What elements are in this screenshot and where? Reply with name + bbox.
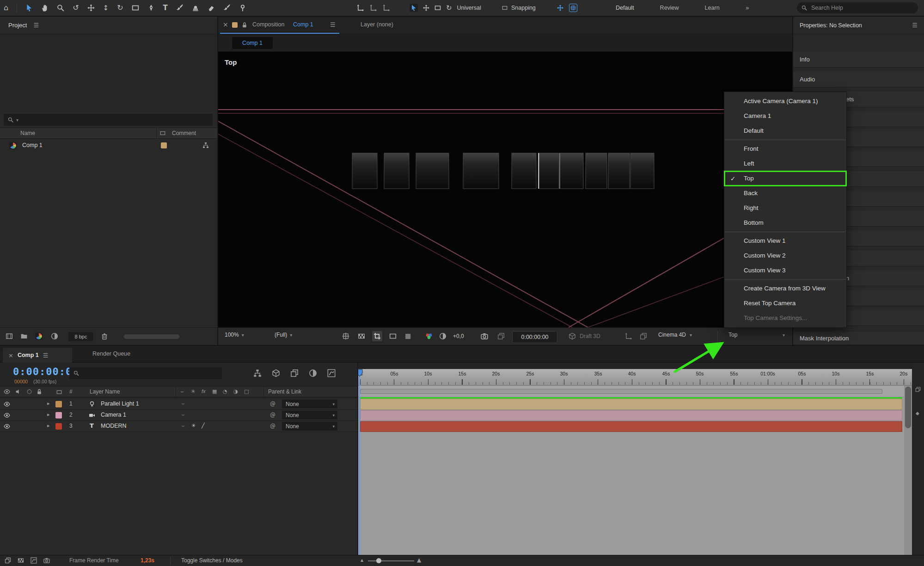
local-axis-mode-icon[interactable] — [357, 4, 364, 12]
menu-item-back[interactable]: Back — [724, 186, 846, 201]
solo-column-icon[interactable]: ○ — [27, 388, 31, 394]
clone-stamp-tool[interactable] — [192, 4, 199, 12]
preview-timecode[interactable]: 0:00:00:00 — [512, 331, 557, 343]
eye-icon[interactable] — [4, 412, 10, 418]
layer-row-1[interactable]: ▸ 1 Parallel Light 1 ⌣ @ None▾ — [0, 399, 358, 410]
toggle-switches-modes-button[interactable]: Toggle Switches / Modes — [181, 557, 243, 564]
properties-menu-icon[interactable]: ☰ — [912, 22, 918, 29]
comp-marker-bin-icon[interactable]: ◆ — [916, 411, 919, 416]
frame-blend-column-icon[interactable]: ▦ — [212, 388, 217, 394]
number-column-header[interactable]: # — [69, 388, 73, 395]
timeline-tab[interactable]: × Comp 1 ☰ — [3, 348, 72, 363]
comp-nav-tab[interactable]: Comp 1 — [232, 37, 273, 49]
magnification-select[interactable]: 100%▾ — [225, 332, 244, 338]
layer-row-3[interactable]: ▸ 3 T MODERN ⌣ ✳ ╱ @ None▾ — [0, 421, 358, 432]
extended-viewer-icon[interactable] — [640, 332, 647, 340]
label-color-swatch[interactable] — [161, 142, 167, 148]
project-panel-menu-icon[interactable]: ☰ — [33, 22, 39, 29]
menu-item-default[interactable]: Default — [724, 123, 846, 138]
pickwhip-icon[interactable]: @ — [270, 400, 275, 407]
comment-column-header[interactable]: Comment — [172, 130, 196, 136]
view-axis-mode-icon[interactable] — [383, 4, 390, 12]
show-snapshot-icon[interactable] — [497, 332, 505, 340]
project-panel-title[interactable]: Project — [8, 22, 27, 29]
transparency-grid-icon[interactable] — [358, 332, 365, 340]
menu-item-right[interactable]: Right — [724, 201, 846, 215]
draft-3d-icon[interactable] — [569, 332, 576, 340]
lock-icon[interactable] — [241, 22, 248, 28]
motion-blur-column-icon[interactable]: ◔ — [223, 388, 227, 394]
timeline-search-box[interactable] — [69, 367, 222, 379]
workspace-tab-learn[interactable]: Learn — [705, 5, 720, 11]
render-queue-tab[interactable]: Render Queue — [92, 351, 130, 357]
zoom-in-mountain-icon[interactable]: ▲ — [417, 557, 421, 563]
project-search-box[interactable]: ▾ — [4, 114, 213, 126]
layer-color-swatch[interactable] — [55, 423, 62, 430]
gizmo-mode-label[interactable]: Universal — [457, 5, 481, 11]
timeline-zoom-slider-track[interactable] — [368, 560, 414, 561]
world-axis-mode-icon[interactable] — [370, 4, 377, 12]
adjustment-column-icon[interactable]: ◑ — [233, 388, 238, 394]
layer-name[interactable]: Camera 1 — [101, 412, 126, 418]
search-options-chevron-icon[interactable]: ▾ — [16, 117, 18, 123]
playhead-line[interactable] — [359, 369, 360, 555]
menu-item-bottom[interactable]: Bottom — [724, 215, 846, 230]
composition-tab-label[interactable]: Composition — [252, 21, 284, 28]
lock-column-icon[interactable] — [36, 388, 43, 395]
help-search-box[interactable] — [797, 2, 918, 13]
selection-gizmo-icon[interactable] — [410, 4, 418, 12]
pickwhip-icon[interactable]: @ — [270, 423, 275, 429]
layer-row-2[interactable]: ▸ 2 Camera 1 ⌣ @ None▾ — [0, 410, 358, 421]
parent-link-column-header[interactable]: Parent & Link — [268, 388, 301, 395]
pen-tool[interactable] — [147, 4, 155, 12]
renderer-select[interactable]: Cinema 4D▾ — [658, 332, 692, 338]
expand-inout-icon[interactable] — [31, 557, 37, 564]
slash-badge-icon[interactable]: ╱ — [202, 423, 205, 429]
time-ruler[interactable]: 0s 05s 10s 15s 20s 25s 30s 35s 40s 45s 5… — [358, 369, 924, 386]
expand-switches-icon[interactable] — [5, 557, 11, 564]
timeline-vertical-scrollbar[interactable] — [904, 386, 912, 555]
orbit-camera-tool[interactable]: ↺ — [73, 3, 79, 12]
new-composition-icon[interactable] — [35, 332, 43, 340]
snapshot-icon[interactable] — [43, 557, 50, 564]
exposure-value[interactable]: +0,0 — [453, 333, 464, 339]
exposure-reset-icon[interactable] — [439, 332, 447, 340]
pickwhip-icon[interactable]: @ — [270, 412, 275, 418]
expand-arrow-icon[interactable]: ▸ — [47, 423, 50, 429]
selection-tool[interactable] — [25, 4, 33, 12]
snap-option-2-icon[interactable] — [569, 4, 577, 12]
zoom-tool[interactable] — [57, 4, 64, 12]
resolution-select[interactable]: (Full)▾ — [275, 332, 292, 338]
close-icon[interactable]: × — [223, 21, 228, 28]
scale-gizmo-icon[interactable] — [434, 5, 441, 11]
mask-visibility-icon[interactable] — [389, 332, 397, 340]
position-gizmo-icon[interactable] — [423, 5, 429, 11]
menu-item-custom-view-1[interactable]: Custom View 1 — [724, 234, 846, 248]
menu-item-custom-view-2[interactable]: Custom View 2 — [724, 248, 846, 263]
expand-arrow-icon[interactable]: ▸ — [47, 412, 50, 418]
work-area-bar[interactable] — [360, 389, 882, 394]
menu-item-active-camera[interactable]: Active Camera (Camera 1) — [724, 94, 846, 109]
new-folder-icon[interactable] — [20, 332, 28, 340]
composition-panel-menu-icon[interactable]: ☰ — [330, 21, 336, 28]
playhead-marker[interactable] — [358, 369, 363, 377]
snapshot-icon[interactable] — [481, 332, 488, 340]
snapping-checkbox[interactable] — [502, 5, 508, 11]
name-column-header[interactable]: Name — [20, 130, 35, 136]
puppet-pin-tool[interactable] — [239, 4, 246, 12]
mask-interpolation-panel-header[interactable]: Mask Interpolation — [793, 332, 924, 345]
motion-blur-toggle-icon[interactable] — [309, 369, 317, 377]
zoom-out-mountain-icon[interactable]: ▲ — [361, 558, 363, 562]
eraser-tool[interactable] — [208, 4, 215, 12]
menu-item-reset-top-camera[interactable]: Reset Top Camera — [724, 296, 846, 311]
workspace-tab-review[interactable]: Review — [660, 5, 679, 11]
rotate-tool[interactable]: ↻ — [117, 3, 123, 12]
audio-column-icon[interactable] — [15, 388, 22, 395]
trash-icon[interactable] — [101, 332, 108, 340]
video-column-icon[interactable] — [4, 388, 10, 395]
label-column-icon[interactable] — [160, 130, 165, 136]
comp-mini-flowchart-icon[interactable] — [253, 369, 262, 377]
project-item-row[interactable]: Comp 1 — [0, 140, 217, 152]
project-settings-icon[interactable] — [51, 332, 58, 340]
eye-icon[interactable] — [4, 401, 10, 407]
